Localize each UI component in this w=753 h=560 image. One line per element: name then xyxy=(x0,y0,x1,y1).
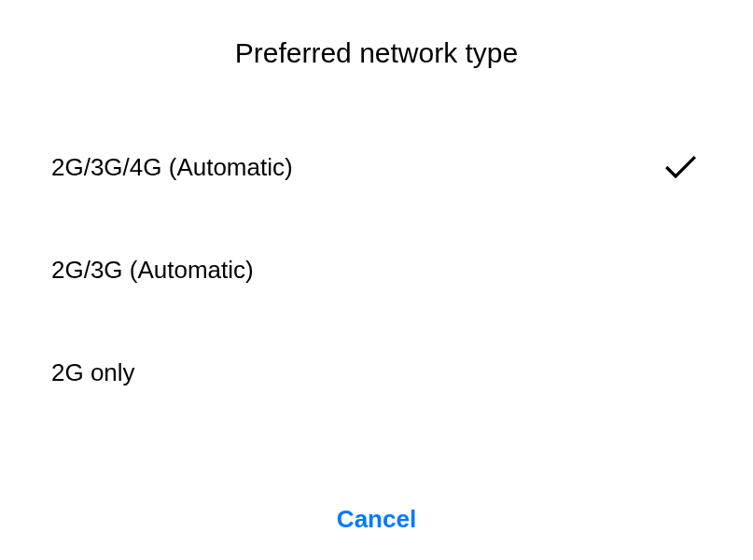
options-list: 2G/3G/4G (Automatic) 2G/3G (Automatic) 2… xyxy=(0,116,753,477)
option-label: 2G only xyxy=(51,358,135,387)
option-network-auto-4g[interactable]: 2G/3G/4G (Automatic) xyxy=(0,116,753,218)
option-network-2g-only[interactable]: 2G only xyxy=(0,321,753,424)
option-network-auto-3g[interactable]: 2G/3G (Automatic) xyxy=(0,218,753,321)
dialog-title: Preferred network type xyxy=(0,0,753,116)
checkmark-icon xyxy=(664,153,697,181)
option-label: 2G/3G (Automatic) xyxy=(51,256,254,285)
cancel-button[interactable]: Cancel xyxy=(0,477,753,560)
option-label: 2G/3G/4G (Automatic) xyxy=(51,153,293,182)
